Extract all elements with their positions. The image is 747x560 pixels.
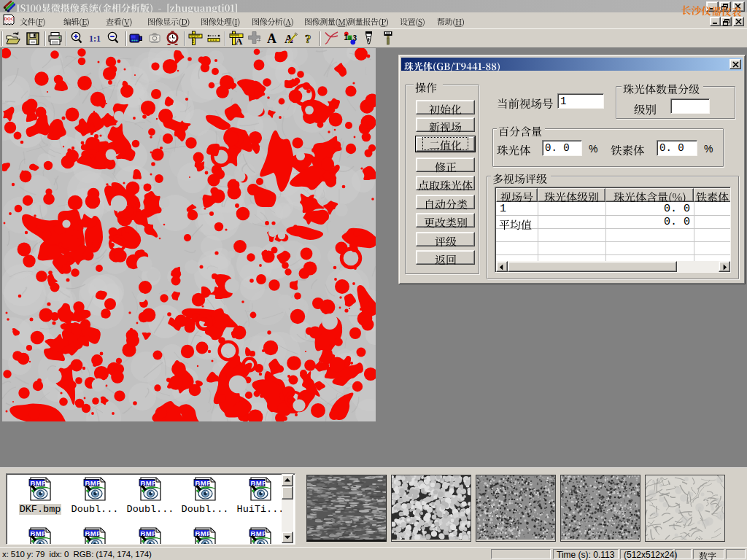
svg-text:A: A [267, 31, 276, 45]
svg-text:?: ? [305, 32, 311, 46]
svg-text:DOC: DOC [4, 16, 15, 21]
svg-text:A: A [236, 36, 243, 45]
svg-text:1:1: 1:1 [89, 34, 101, 44]
